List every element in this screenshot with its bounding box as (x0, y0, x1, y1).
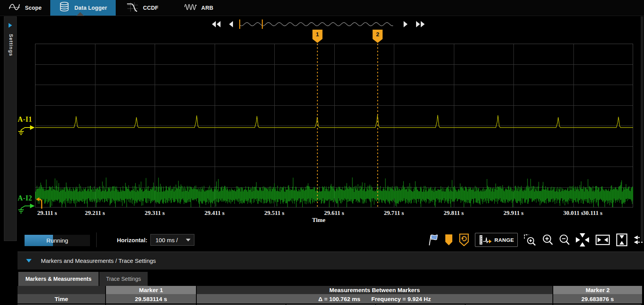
timebase-dropdown[interactable]: 100 ms / (150, 234, 194, 246)
clipped-cell (106, 303, 197, 305)
x-tick-label: 29.211 s (74, 209, 116, 216)
between-measurements-cell: Δ = 100.762 ms Frequency = 9.924 Hz (197, 294, 553, 303)
x-tick-label: 29.911 s (492, 209, 535, 216)
right-panel-edge (641, 16, 643, 241)
marker-flag-number: 1 (312, 31, 323, 37)
chevron-down-icon (186, 239, 191, 241)
record-start-hook-icon (36, 197, 44, 211)
row-label: Time (18, 294, 106, 303)
expand-right-icon (9, 23, 12, 28)
measurements-section-header[interactable]: Markers and Measurements / Trace Setting… (18, 252, 644, 270)
header-between-markers: Measurements Between Markers (197, 286, 553, 294)
settings-rail-label: Settings (7, 34, 14, 56)
header-marker1: Marker 1 (106, 286, 197, 294)
plot-toolbar-icons: RANGE (428, 232, 644, 247)
x-tick-label: 29.311 s (133, 209, 176, 216)
header-marker2: Marker 2 (553, 286, 642, 294)
arb-waveform-icon (184, 3, 197, 13)
tab-ccdf[interactable]: CCDF (118, 0, 167, 16)
range-ruler-icon (479, 234, 492, 245)
autoscale-all-icon[interactable] (575, 233, 589, 247)
fit-horizontal-icon[interactable] (595, 234, 610, 245)
markers-table: Marker 1 Measurements Between Markers Ma… (18, 286, 644, 305)
fit-vertical-icon[interactable] (616, 233, 628, 246)
clipped-cell (18, 303, 106, 305)
database-icon (59, 2, 70, 14)
x-tick-label: 29.811 s (432, 209, 475, 216)
ccdf-curve-icon (127, 2, 138, 14)
x-tick-label: 29.711 s (372, 209, 415, 216)
sine-wave-icon (9, 2, 20, 13)
top-tab-bar: Scope Data Logger CCDF (0, 0, 644, 16)
x-tick-label: 29.511 s (253, 209, 296, 216)
delta-value: Δ = 100.762 ms (318, 296, 360, 302)
go-previous-icon[interactable] (229, 21, 233, 27)
tab-label: CCDF (143, 5, 159, 11)
clipped-cell (376, 303, 466, 305)
go-last-icon[interactable] (416, 21, 425, 27)
zoom-out-icon[interactable] (559, 234, 570, 246)
marker-flag-number: 2 (372, 31, 383, 37)
tab-markers-measurements[interactable]: Markers & Measurements (18, 272, 99, 286)
marker2-time-value: 29.683876 s (553, 294, 642, 303)
frequency-value: Frequency = 9.924 Hz (371, 296, 431, 302)
running-toggle[interactable]: Running (24, 234, 90, 246)
channel-ground-arrow-a-i1[interactable] (17, 121, 35, 138)
toolbar-divider (96, 232, 97, 247)
clipped-cell (553, 303, 642, 305)
zoom-in-icon[interactable] (542, 234, 553, 246)
tab-label: ARB (201, 5, 213, 11)
x-tick-label: 29.411 s (193, 209, 236, 216)
settings-panel-toggle[interactable]: Settings (4, 16, 17, 241)
header-blank-cell (18, 286, 106, 294)
record-overview-strip[interactable] (239, 19, 395, 29)
clipped-cell (197, 303, 286, 305)
running-toggle-label: Running (25, 235, 90, 246)
timebase-value: 100 ms / (151, 237, 186, 243)
add-marker-icon[interactable] (445, 234, 453, 246)
go-next-icon[interactable] (403, 21, 408, 27)
tab-label: Scope (25, 5, 42, 11)
table-header-row: Marker 1 Measurements Between Markers Ma… (18, 286, 644, 294)
go-first-icon[interactable] (212, 21, 221, 27)
flag-annotation-icon[interactable] (428, 234, 439, 246)
next-table-row-clipped (18, 303, 644, 305)
tab-label: Data Logger (74, 5, 107, 11)
tab-arb[interactable]: ARB (176, 0, 222, 16)
data-logger-app: Scope Data Logger CCDF (0, 0, 644, 305)
range-button-label: RANGE (494, 237, 514, 243)
section-title: Markers and Measurements / Trace Setting… (41, 257, 156, 264)
horizontal-label: Horizontal: (117, 234, 147, 246)
clipped-cell (466, 303, 553, 305)
marker-flag-2[interactable]: 2 (372, 30, 383, 43)
collapse-down-icon (26, 259, 32, 262)
table-row-time[interactable]: Time 29.583114 s Δ = 100.762 ms Frequenc… (18, 294, 644, 303)
zoom-region-icon[interactable] (524, 234, 536, 246)
x-tick-label: 29.611 s (313, 209, 356, 216)
x-tick-label: 30.111 s (571, 209, 614, 216)
record-navigator (212, 19, 425, 30)
marker-flag-1[interactable]: 1 (312, 30, 323, 43)
x-tick-label: 29.111 s (26, 209, 69, 216)
recenter-markers-icon[interactable] (459, 234, 469, 246)
x-axis-title: Time (299, 216, 338, 223)
tab-trace-settings[interactable]: Trace Settings (99, 272, 148, 286)
range-button[interactable]: RANGE (475, 233, 518, 247)
clipped-cell (286, 303, 376, 305)
tab-scope[interactable]: Scope (0, 0, 50, 16)
active-tab-notch (76, 12, 84, 16)
marker1-time-value: 29.583114 s (106, 294, 197, 303)
waveform-plot[interactable] (35, 44, 633, 207)
